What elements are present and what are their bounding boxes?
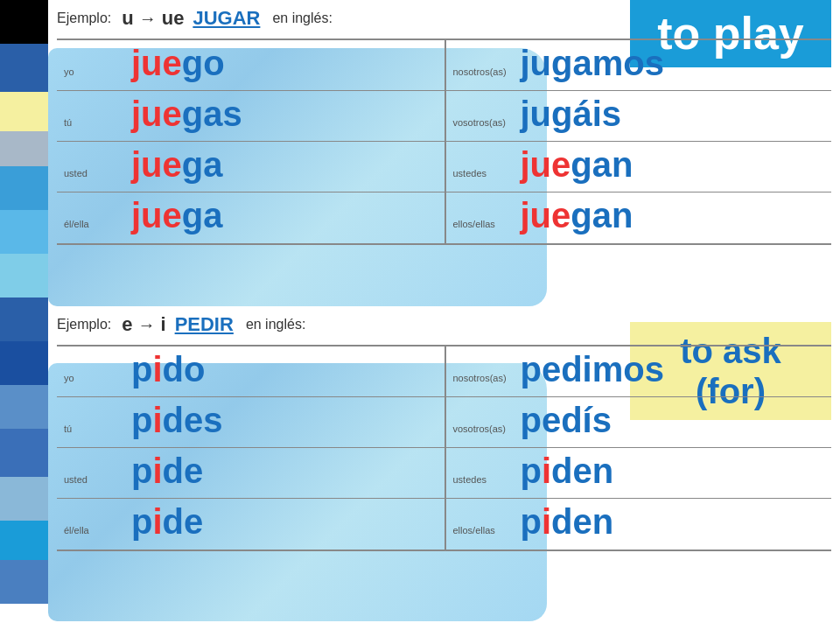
conj-row-tu-1: tú juegas: [57, 91, 444, 142]
pronoun-nosotros-1: nosotros(as): [453, 66, 516, 77]
conj-row-el-2: él/ella pide: [57, 499, 444, 550]
conj-row-ustedes-1: ustedes juegan: [446, 142, 832, 192]
conj-grid-1: yo juego tú juegas usted juega él/ella j…: [57, 38, 831, 245]
stem-el-1: jue: [131, 196, 182, 234]
conj-row-nosotros-2: nosotros(as) pedimos: [446, 346, 832, 397]
pronoun-ellos-2: ellos/ellas: [453, 525, 516, 536]
verb-form-vosotros-1: jugáis: [521, 94, 622, 134]
verb-form-tu-1: juegas: [131, 94, 242, 134]
pattern-2: e: [122, 313, 132, 336]
conj-right-2: nosotros(as) pedimos vosotros(as) pedís …: [444, 346, 832, 550]
conj-row-usted-2: usted pide: [57, 448, 444, 499]
pronoun-usted-2: usted: [64, 474, 127, 485]
pronoun-ustedes-1: ustedes: [453, 168, 516, 178]
verb-form-nosotros-1: jugamos: [521, 44, 664, 83]
en-ingles-1: en inglés:: [272, 10, 332, 26]
color-bar: [0, 0, 48, 630]
conj-right-1: nosotros(as) jugamos vosotros(as) jugáis…: [444, 40, 832, 243]
conj-left-2: yo pido tú pides usted pide él/ella pide: [57, 346, 444, 550]
stem-yo-2: i: [152, 350, 162, 388]
conj-row-vosotros-2: vosotros(as) pedís: [446, 397, 832, 448]
pronoun-yo-1: yo: [64, 66, 127, 77]
verb-form-ustedes-2: piden: [521, 452, 614, 491]
conj-row-yo-2: yo pido: [57, 346, 444, 397]
ejemplo-line-2: Ejemplo: e → i PEDIR en inglés:: [57, 313, 831, 336]
pronoun-el-1: él/ella: [64, 219, 127, 229]
verb-form-ellos-2: piden: [521, 502, 614, 542]
conj-left-1: yo juego tú juegas usted juega él/ella j…: [57, 40, 444, 243]
stem-ustedes-2: i: [542, 452, 551, 490]
stem-ellos-1: jue: [521, 196, 571, 234]
pronoun-ellos-1: ellos/ellas: [453, 219, 516, 229]
verb-2[interactable]: PEDIR: [175, 313, 234, 336]
stem-usted-1: jue: [131, 145, 182, 184]
verb-form-ellos-1: juegan: [521, 196, 634, 235]
verb-form-ustedes-1: juegan: [521, 145, 634, 185]
verb-form-el-2: pide: [131, 502, 203, 542]
verb-form-el-1: juega: [131, 196, 222, 235]
arrow-1: →: [139, 9, 157, 29]
conj-row-el-1: él/ella juega: [57, 192, 444, 243]
pronoun-yo-2: yo: [64, 373, 127, 383]
conj-grid-2: yo pido tú pides usted pide él/ella pide…: [57, 345, 831, 551]
pronoun-vosotros-2: vosotros(as): [453, 424, 516, 434]
conj-row-ellos-1: ellos/ellas juegan: [446, 192, 832, 243]
verb-form-nosotros-2: pedimos: [521, 350, 664, 389]
conj-row-yo-1: yo juego: [57, 40, 444, 91]
pronoun-el-2: él/ella: [64, 525, 127, 536]
stem-yo-1: jue: [131, 44, 182, 82]
pronoun-tu-1: tú: [64, 117, 127, 128]
stem-tu-2: i: [152, 401, 162, 439]
pattern-result-2: i: [161, 313, 166, 336]
stem-el-2: i: [152, 502, 162, 541]
verb-form-usted-2: pide: [131, 452, 203, 491]
pronoun-vosotros-1: vosotros(as): [453, 117, 516, 128]
pronoun-tu-2: tú: [64, 424, 127, 434]
verb-form-usted-1: juega: [131, 145, 222, 185]
stem-usted-2: i: [152, 452, 162, 490]
conj-row-vosotros-1: vosotros(as) jugáis: [446, 91, 832, 142]
stem-ellos-2: i: [542, 502, 551, 541]
conj-row-ellos-2: ellos/ellas piden: [446, 499, 832, 550]
conj-row-usted-1: usted juega: [57, 142, 444, 192]
pronoun-usted-1: usted: [64, 168, 127, 178]
ejemplo-label-1: Ejemplo:: [57, 10, 111, 26]
arrow-2: →: [138, 315, 156, 335]
conj-row-tu-2: tú pides: [57, 397, 444, 448]
verb-form-yo-2: pido: [131, 350, 205, 389]
verb-form-vosotros-2: pedís: [521, 401, 612, 440]
ejemplo-label-2: Ejemplo:: [57, 317, 111, 332]
pronoun-ustedes-2: ustedes: [453, 474, 516, 485]
pattern-result-1: ue: [162, 7, 185, 30]
en-ingles-2: en inglés:: [246, 317, 306, 332]
stem-ustedes-1: jue: [521, 145, 571, 184]
verb-1[interactable]: JUGAR: [192, 7, 260, 30]
verb-form-tu-2: pides: [131, 401, 223, 440]
verb-form-yo-1: juego: [131, 44, 225, 83]
ejemplo-line-1: Ejemplo: u → ue JUGAR en inglés:: [57, 7, 831, 30]
conj-row-ustedes-2: ustedes piden: [446, 448, 832, 499]
conj-row-nosotros-1: nosotros(as) jugamos: [446, 40, 832, 91]
pattern-1: u: [122, 7, 133, 30]
pronoun-nosotros-2: nosotros(as): [453, 373, 516, 383]
stem-tu-1: jue: [131, 94, 182, 133]
